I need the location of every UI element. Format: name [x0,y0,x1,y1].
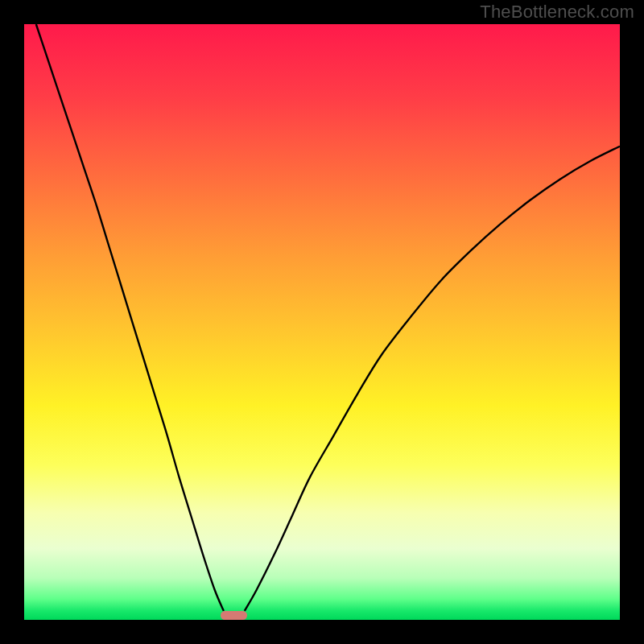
optimal-marker [221,611,247,620]
curve-path [36,24,620,611]
chart-frame: TheBottleneck.com [0,0,644,644]
bottleneck-curve [0,0,644,644]
